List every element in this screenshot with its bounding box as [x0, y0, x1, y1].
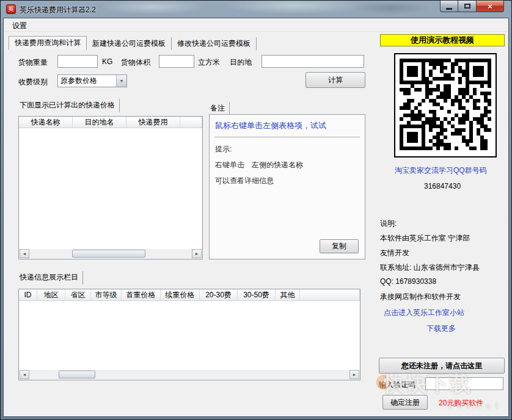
captcha-label: 输入验证码: [379, 380, 415, 390]
calculate-button-label: 计算: [328, 75, 343, 85]
about-line-2: 友情开发: [380, 248, 409, 258]
window-title: 英乐快递费用计算器2.2: [20, 5, 96, 15]
column-header[interactable]: 市等级: [91, 289, 122, 300]
tab-label: 快递费用查询和计算: [15, 38, 81, 48]
tutorial-video-label: 使用演示教程视频: [411, 35, 474, 46]
scrollbar-thumb[interactable]: [59, 371, 95, 378]
price-table-body[interactable]: [19, 128, 202, 248]
minimize-icon: [446, 8, 452, 10]
tab-label: 新建快递公司运费模板: [92, 38, 166, 49]
scroll-left-icon[interactable]: ◄: [20, 249, 29, 258]
register-button[interactable]: 您还未注册，请点击这里: [379, 358, 505, 374]
close-button[interactable]: ×: [476, 1, 504, 12]
weight-input[interactable]: [57, 55, 98, 68]
maximize-icon: [464, 4, 470, 9]
tutorial-video-button[interactable]: 使用演示教程视频: [380, 34, 505, 46]
buy-price-label: 20元购买软件: [439, 398, 483, 408]
column-header[interactable]: 省区: [65, 289, 91, 300]
chevron-down-icon[interactable]: ▼: [116, 75, 126, 87]
charge-level-select[interactable]: 原参数价格 ▼: [57, 74, 127, 87]
destination-input[interactable]: [261, 55, 364, 68]
calculate-button[interactable]: 计算: [305, 72, 365, 88]
contact-address: 联系地址: 山东省德州市宁津县: [380, 262, 480, 273]
tip-line-2: 可以查看详细信息: [215, 176, 274, 186]
price-group-title: 下面显示已计算出的快递价格: [18, 99, 120, 112]
remark-title: 备注: [209, 102, 230, 115]
tab-label: 修改快递公司运费模板: [177, 38, 251, 49]
column-header[interactable]: 30-50费: [238, 289, 276, 300]
volume-unit-label: 立方米: [198, 57, 220, 68]
tip-line-1: 右键单击 左侧的快递名称: [215, 160, 303, 170]
captcha-input[interactable]: [425, 377, 503, 390]
tab-edit-template[interactable]: 修改快递公司运费模板: [172, 37, 257, 50]
scroll-right-icon[interactable]: ►: [349, 370, 359, 379]
column-header[interactable]: 地区: [37, 289, 65, 300]
column-header[interactable]: 快递费用: [126, 117, 180, 128]
info-table-body[interactable]: [19, 301, 360, 369]
maximize-button[interactable]: [458, 1, 476, 12]
column-header-filler: [300, 289, 360, 300]
about-title: 说明:: [380, 219, 397, 229]
scroll-left-icon[interactable]: ◄: [20, 370, 29, 379]
divider: [214, 137, 360, 138]
download-more-link[interactable]: 下载更多: [426, 324, 456, 334]
charge-level-label: 收费级别: [18, 77, 48, 87]
window-controls: ×: [440, 1, 504, 12]
contact-qq: QQ: 1678930338: [380, 277, 436, 286]
close-icon: ×: [488, 1, 492, 12]
volume-input[interactable]: [159, 55, 194, 68]
app-window: 英 英乐快递费用计算器2.2 × 设置 快递费用查询和计算 新建快递公司运费模板…: [0, 0, 512, 420]
weight-unit-label: KG: [102, 57, 112, 66]
price-table: 快递名称 目的地名 快递费用 ◄ ►: [18, 116, 203, 259]
qr-code: [394, 53, 497, 158]
column-header[interactable]: 目的地名: [73, 117, 126, 128]
title-bar[interactable]: 英 英乐快递费用计算器2.2 ×: [1, 1, 511, 18]
copy-button[interactable]: 复制: [320, 239, 359, 253]
remark-box: 鼠标右键单击左侧表格项，试试 提示: 右键单击 左侧的快递名称 可以查看详细信息…: [209, 114, 365, 259]
info-table-header: ID 地区 省区 市等级 首重价格 续重价格 20-30费 30-50费 其他: [19, 289, 360, 301]
qq-group-link[interactable]: 淘宝卖家交流学习QQ群号码: [395, 165, 487, 176]
copy-button-label: 复制: [332, 241, 346, 252]
scrollbar-track[interactable]: [29, 249, 192, 258]
tip-title: 提示:: [215, 144, 232, 154]
client-area: 设置 快递费用查询和计算 新建快递公司运费模板 修改快递公司运费模板 货物重量 …: [3, 18, 509, 417]
qq-group-number: 316847430: [424, 182, 461, 190]
column-header[interactable]: 首重价格: [122, 289, 161, 300]
confirm-register-label: 确定注册: [390, 397, 420, 408]
scrollbar-track[interactable]: [29, 370, 349, 379]
minimize-button[interactable]: [440, 1, 458, 12]
column-header[interactable]: 其他: [276, 289, 300, 300]
scrollbar-thumb[interactable]: [72, 250, 145, 258]
column-header-filler: [180, 117, 202, 128]
menu-settings[interactable]: 设置: [9, 20, 31, 32]
info-table: ID 地区 省区 市等级 首重价格 续重价格 20-30费 30-50费 其他 …: [18, 289, 360, 380]
tab-fee-query[interactable]: 快递费用查询和计算: [9, 36, 87, 50]
services-line: 承接网店制作和软件开发: [380, 292, 461, 302]
column-header[interactable]: 20-30费: [200, 289, 238, 300]
menu-bar: 设置: [4, 18, 508, 32]
column-header[interactable]: 续重价格: [161, 289, 200, 300]
remark-hint-link[interactable]: 鼠标右键单击左侧表格项，试试: [215, 120, 360, 131]
tab-new-template[interactable]: 新建快递公司运费模板: [87, 37, 172, 50]
studio-site-link[interactable]: 点击进入英乐工作室小站: [384, 308, 464, 318]
app-icon-glyph: 英: [8, 5, 14, 12]
destination-label: 目的地: [230, 57, 252, 68]
column-header[interactable]: 快递名称: [19, 117, 73, 128]
column-header[interactable]: ID: [19, 289, 37, 300]
info-group-title: 快递信息展示栏目: [18, 271, 83, 284]
register-button-label: 您还未注册，请点击这里: [401, 361, 482, 371]
app-icon: 英: [6, 4, 16, 14]
charge-level-value: 原参数价格: [58, 76, 116, 86]
scroll-right-icon[interactable]: ►: [192, 249, 202, 258]
price-table-header: 快递名称 目的地名 快递费用: [19, 117, 202, 128]
weight-label: 货物重量: [18, 57, 48, 68]
info-table-hscrollbar[interactable]: ◄ ►: [20, 370, 359, 379]
volume-label: 货物体积: [121, 57, 150, 68]
price-table-hscrollbar[interactable]: ◄ ►: [20, 249, 202, 258]
tab-strip: 快递费用查询和计算 新建快递公司运费模板 修改快递公司运费模板: [9, 36, 257, 50]
confirm-register-button[interactable]: 确定注册: [382, 395, 428, 410]
about-line-1: 本软件由英乐工作室 宁津部: [380, 233, 470, 244]
